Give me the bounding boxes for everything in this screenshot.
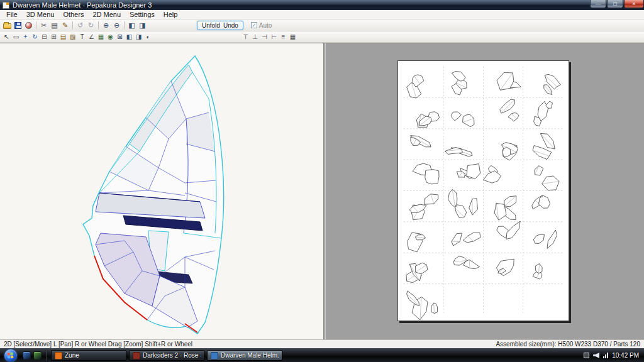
menu-item-others[interactable]: Others [58, 11, 88, 18]
toolbar-2d: ↖▭+↻⊟⊞▤▨T∠▦◉⊠◧◨◐ ⊤⊥⊣⊢≡▦ [0, 31, 644, 43]
add-text-icon[interactable]: T [77, 32, 87, 41]
edit-icon[interactable]: ✎ [60, 21, 70, 30]
edit-flaps-icon[interactable]: ▤ [58, 32, 68, 41]
unfold-undo-button[interactable]: Undo [223, 22, 238, 29]
menu-item-3d-menu[interactable]: 3D Menu [22, 11, 59, 18]
toolbar-separator [36, 21, 36, 29]
open-file-icon-glyph [3, 23, 11, 29]
maximize-button[interactable]: □ [607, 0, 623, 8]
tray-app-icon[interactable] [584, 353, 589, 358]
taskbar-button-dwarven-male-helm[interactable]: Dwarven Male Helm... [207, 350, 282, 361]
unfold-button[interactable]: Unfold [202, 22, 220, 29]
align-left-icon[interactable]: ⊣ [260, 32, 269, 41]
taskbar-button-darksiders-2-rose-s[interactable]: Darksiders 2 - Rose S... [129, 350, 204, 361]
title-bar[interactable]: Dwarven Male Helmet - Pepakura Designer … [0, 0, 644, 10]
texture-view-icon-glyph [25, 22, 32, 29]
parts-page-svg[interactable] [398, 61, 569, 321]
edge-color-icon[interactable]: ▨ [68, 32, 77, 41]
taskbar-button-label: Zune [65, 352, 79, 359]
align-top-icon[interactable]: ⊤ [241, 32, 250, 41]
status-hint-text: 2D [Select/Move] L [Pan] R or Wheel Drag… [4, 341, 192, 348]
toolbar-separator [72, 21, 73, 29]
cut-icon[interactable]: ✂ [38, 21, 49, 30]
checkbox-check-icon: ✓ [251, 22, 257, 28]
pepakura-designer-window: Dwarven Male Helmet - Pepakura Designer … [0, 0, 644, 362]
toolbar-2d-left-icons: ↖▭+↻⊟⊞▤▨T∠▦◉⊠◧◨◐ [2, 32, 153, 41]
auto-layout-icon[interactable]: ▦ [288, 32, 297, 41]
toolbar-separator [98, 21, 99, 29]
status-bar: 2D [Select/Move] L [Pan] R or Wheel Drag… [0, 339, 644, 348]
app-icon [3, 2, 9, 9]
align-bottom-icon[interactable]: ⊥ [250, 32, 260, 41]
send-back-icon[interactable]: ◨ [134, 32, 143, 41]
taskbar-button-label: Darksiders 2 - Rose S... [143, 352, 201, 359]
taskbar-button-zune[interactable]: Zune [51, 350, 126, 361]
taskbar-button-label: Dwarven Male Helm... [221, 352, 279, 359]
volume-icon[interactable] [593, 353, 599, 358]
single-view-icon[interactable]: ◨ [137, 21, 148, 30]
menu-item-help[interactable]: Help [159, 11, 182, 18]
main-workspace [0, 43, 644, 339]
unfold-undo-group: Unfold Undo [197, 21, 243, 30]
toolbar-separator [124, 21, 125, 29]
split-view-icon[interactable]: ◧ [126, 21, 137, 30]
texture-view-icon[interactable] [23, 21, 34, 30]
helmet-3d-model[interactable] [0, 43, 323, 339]
save-file-icon-glyph [14, 22, 21, 29]
start-button[interactable] [4, 349, 17, 362]
rotate-part-icon[interactable]: ↻ [30, 32, 40, 41]
grid-icon[interactable]: ▦ [96, 32, 106, 41]
join-face-icon[interactable]: ⊞ [49, 32, 58, 41]
snap-icon[interactable]: ◉ [106, 32, 115, 41]
taskbar-divider [46, 351, 47, 361]
quick-launch-icon-2[interactable] [33, 351, 42, 359]
select-tool-icon[interactable]: ↖ [2, 32, 11, 41]
auto-unfold-checkbox[interactable]: ✓ Auto [251, 22, 272, 29]
2d-viewport[interactable] [326, 43, 644, 339]
taskbar-button-icon [55, 352, 62, 359]
undo-icon[interactable]: ↺ [75, 21, 86, 30]
window-title: Dwarven Male Helmet - Pepakura Designer … [13, 1, 152, 9]
menu-bar: File3D MenuOthers2D MenuSettingsHelp [0, 10, 644, 19]
window-controls: — □ × [589, 0, 644, 8]
menu-item-2d-menu[interactable]: 2D Menu [88, 11, 125, 18]
system-tray: 10:42 PM [584, 352, 644, 359]
menu-item-file[interactable]: File [2, 11, 22, 18]
measure-icon[interactable]: ∠ [87, 32, 96, 41]
toolbar-main: ✂▤✎↺↻⊕⊖◧◨ Unfold Undo ✓ Auto [0, 19, 644, 31]
toolbar-2d-right-icons: ⊤⊥⊣⊢≡▦ [241, 32, 297, 41]
part-info-icon[interactable]: ◐ [143, 32, 153, 41]
move-part-icon[interactable]: + [21, 32, 30, 41]
minimize-button[interactable]: — [590, 0, 606, 8]
menu-item-settings[interactable]: Settings [125, 11, 159, 18]
assembled-size-text: Assembled size(mm): H500 W233 D370 / Par… [496, 341, 640, 348]
save-file-icon[interactable] [13, 21, 23, 30]
copy-icon[interactable]: ▤ [49, 21, 60, 30]
taskbar-clock[interactable]: 10:42 PM [612, 352, 639, 359]
zoom-in-icon[interactable]: ⊕ [101, 21, 111, 30]
toolbar-main-icons: ✂▤✎↺↻⊕⊖◧◨ [2, 21, 148, 30]
quick-launch-icon-1[interactable] [23, 351, 31, 359]
marquee-tool-icon[interactable]: ▭ [11, 32, 21, 41]
redo-icon[interactable]: ↻ [86, 21, 96, 30]
close-button[interactable]: × [624, 0, 644, 8]
zoom-out-icon[interactable]: ⊖ [111, 21, 122, 30]
bring-front-icon[interactable]: ◧ [125, 32, 134, 41]
align-right-icon[interactable]: ⊢ [269, 32, 279, 41]
quick-launch-area [21, 351, 43, 359]
3d-viewport[interactable] [0, 43, 323, 339]
auto-checkbox-label: Auto [259, 22, 272, 29]
zoom-fit-icon[interactable]: ⊠ [115, 32, 125, 41]
network-icon[interactable] [603, 353, 608, 358]
distribute-icon[interactable]: ≡ [279, 32, 288, 41]
taskbar-button-icon [211, 352, 218, 359]
taskbar: ZuneDarksiders 2 - Rose S...Dwarven Male… [0, 348, 644, 362]
open-file-icon[interactable] [2, 21, 13, 30]
taskbar-buttons-area: ZuneDarksiders 2 - Rose S...Dwarven Male… [50, 350, 284, 361]
divide-face-icon[interactable]: ⊟ [40, 32, 49, 41]
taskbar-button-icon [133, 352, 140, 359]
windows-flag-icon [8, 352, 14, 359]
pattern-page[interactable] [397, 60, 569, 321]
